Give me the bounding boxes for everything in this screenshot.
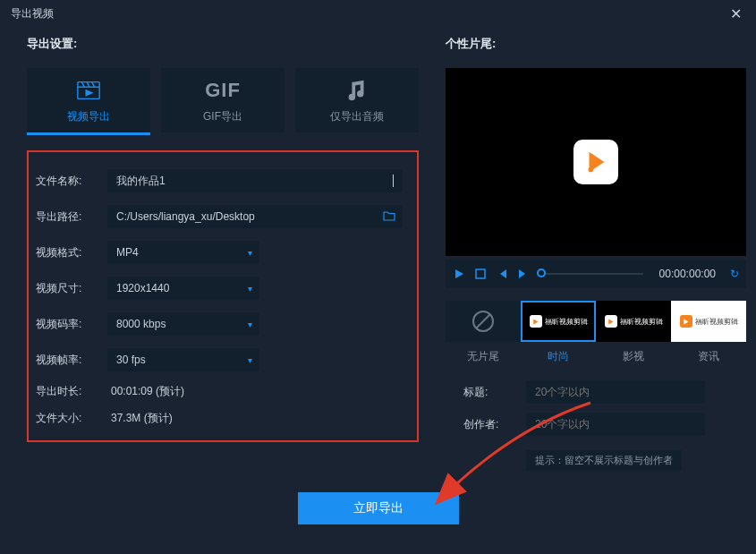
loop-icon[interactable]: ↻ <box>730 268 739 280</box>
chevron-down-icon: ▾ <box>248 248 252 258</box>
export-settings-heading: 导出设置: <box>27 36 419 52</box>
tail-option-news[interactable]: 福昕视频剪辑 <box>671 301 746 342</box>
gif-icon: GIF <box>205 77 241 104</box>
svg-rect-2 <box>476 269 485 278</box>
svg-point-1 <box>589 167 594 173</box>
tab-video-label: 视频导出 <box>67 109 110 124</box>
size-value: 1920x1440 <box>116 282 169 294</box>
thumb-brand-text: 福昕视频剪辑 <box>620 317 663 327</box>
fps-value: 30 fps <box>116 354 146 366</box>
format-select[interactable]: MP4 ▾ <box>107 241 259 264</box>
play-icon[interactable] <box>453 268 465 280</box>
path-label: 导出路径: <box>36 209 107 225</box>
seek-track[interactable] <box>539 273 643 275</box>
tab-underline <box>27 132 150 135</box>
thumb-brand-text: 福昕视频剪辑 <box>545 317 588 327</box>
next-icon[interactable] <box>517 268 530 280</box>
fps-select[interactable]: 30 fps ▾ <box>107 348 259 371</box>
title-label: 标题: <box>463 385 526 400</box>
format-value: MP4 <box>116 246 139 259</box>
filename-label: 文件名称: <box>36 174 107 189</box>
tab-gif-export[interactable]: GIF GIF导出 <box>161 68 285 132</box>
window-title: 导出视频 <box>11 6 726 21</box>
bitrate-value: 8000 kbps <box>116 318 166 330</box>
bitrate-select[interactable]: 8000 kbps ▾ <box>107 312 259 336</box>
creator-input[interactable] <box>535 418 696 430</box>
svg-line-4 <box>476 314 490 328</box>
thumb-brand-text: 福昕视频剪辑 <box>695 317 738 327</box>
chevron-down-icon: ▾ <box>248 284 252 294</box>
filename-input-wrap[interactable] <box>107 169 403 192</box>
filesize-label: 文件大小: <box>36 411 107 426</box>
tail-heading: 个性片尾: <box>446 36 746 52</box>
tail-label-fashion: 时尚 <box>521 349 596 364</box>
creator-input-wrap[interactable] <box>526 413 705 436</box>
path-input-wrap[interactable] <box>107 205 403 228</box>
bitrate-label: 视频码率: <box>36 317 107 332</box>
tab-gif-label: GIF导出 <box>203 109 242 124</box>
hint-text: 提示：留空不展示标题与创作者 <box>526 450 682 471</box>
preview-brand-logo <box>573 140 618 184</box>
music-note-icon <box>344 77 370 104</box>
prev-icon[interactable] <box>496 268 508 280</box>
filename-input[interactable] <box>116 175 392 187</box>
title-input-wrap[interactable] <box>526 380 705 404</box>
creator-label: 创作者: <box>463 417 526 432</box>
settings-highlight-box: 文件名称: 导出路径: 视频格式: MP4 ▾ <box>27 150 419 442</box>
title-input[interactable] <box>535 386 696 398</box>
folder-icon[interactable] <box>383 210 395 224</box>
close-icon[interactable]: ✕ <box>726 5 745 22</box>
seek-handle[interactable] <box>537 268 546 277</box>
filesize-value: 37.3M (预计) <box>107 411 173 426</box>
tail-option-none[interactable] <box>446 301 521 342</box>
tab-audio-label: 仅导出音频 <box>330 109 384 124</box>
fps-label: 视频帧率: <box>36 353 107 368</box>
tail-option-fashion[interactable]: 福昕视频剪辑 <box>521 301 596 342</box>
tab-video-export[interactable]: 视频导出 <box>27 68 150 132</box>
duration-value: 00:01:09 (预计) <box>107 384 184 399</box>
tab-audio-export[interactable]: 仅导出音频 <box>295 68 419 132</box>
format-label: 视频格式: <box>36 245 107 260</box>
duration-label: 导出时长: <box>36 384 107 399</box>
size-select[interactable]: 1920x1440 ▾ <box>107 277 259 300</box>
tail-label-none: 无片尾 <box>446 349 521 364</box>
timecode: 00:00:00:00 <box>659 268 716 280</box>
path-input[interactable] <box>116 210 394 223</box>
stop-icon[interactable] <box>474 268 487 280</box>
chevron-down-icon: ▾ <box>248 320 252 329</box>
tail-option-movie[interactable]: 福昕视频剪辑 <box>596 301 671 342</box>
clapperboard-icon <box>75 77 102 104</box>
tail-label-news: 资讯 <box>671 349 746 364</box>
preview-player <box>446 68 746 256</box>
export-button[interactable]: 立即导出 <box>298 492 459 524</box>
size-label: 视频尺寸: <box>36 281 107 296</box>
tail-label-movie: 影视 <box>596 349 671 364</box>
playbar: 00:00:00:00 ↻ <box>446 260 746 288</box>
chevron-down-icon: ▾ <box>248 355 252 365</box>
